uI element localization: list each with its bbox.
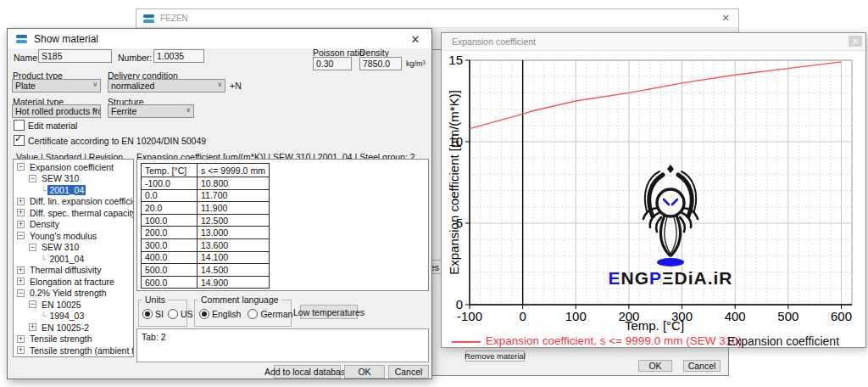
- tree-collapse-icon[interactable]: −: [17, 289, 25, 297]
- table-cell[interactable]: 600.0: [142, 276, 198, 289]
- tree-item-label[interactable]: SEW 310: [40, 173, 81, 183]
- number-field[interactable]: 1.0035: [153, 49, 204, 63]
- edit-material-checkbox[interactable]: Edit material: [14, 120, 77, 131]
- table-cell[interactable]: 11.900: [198, 202, 270, 215]
- radio-german[interactable]: German: [248, 309, 292, 319]
- dialog-close-button[interactable]: ✕: [406, 32, 425, 46]
- tree-item-label[interactable]: SEW 310: [40, 242, 81, 252]
- table-row[interactable]: 300.013.600: [142, 238, 270, 251]
- tree-item[interactable]: └2001_04: [14, 184, 133, 196]
- chart-close-button[interactable]: ✕: [849, 36, 862, 47]
- tree-expand-icon[interactable]: +: [17, 198, 25, 205]
- background-ok-button[interactable]: OK: [638, 360, 672, 372]
- tree-expand-icon[interactable]: +: [17, 266, 25, 274]
- table-cell[interactable]: 12.500: [198, 214, 270, 227]
- table-row[interactable]: 600.014.900: [142, 276, 270, 289]
- poisson-field[interactable]: 0.30: [313, 57, 352, 70]
- tree-item[interactable]: +Density: [14, 219, 133, 231]
- table-cell[interactable]: 14.100: [198, 251, 270, 264]
- tree-expand-icon[interactable]: +: [29, 323, 36, 331]
- tree-item-label[interactable]: Diff. spec. thermal capacity: [28, 208, 134, 218]
- remove-material-button[interactable]: Remove material: [465, 351, 525, 362]
- tree-item[interactable]: +EN 10025-2: [14, 322, 133, 334]
- table-cell[interactable]: 300.0: [142, 238, 198, 251]
- values-table[interactable]: Temp. [°C]s <= 9999.0 mm-100.010.8000.01…: [141, 163, 270, 289]
- table-row[interactable]: 500.014.500: [142, 264, 270, 277]
- density-field[interactable]: 7850.0: [359, 57, 402, 70]
- table-cell[interactable]: 400.0: [142, 251, 198, 264]
- tree-collapse-icon[interactable]: −: [29, 244, 36, 251]
- table-cell[interactable]: 14.500: [198, 264, 270, 277]
- tree-item-label[interactable]: 1994_03: [47, 311, 86, 321]
- delivery-condition-combo[interactable]: normalized: [108, 79, 225, 93]
- table-cell[interactable]: 100.0: [142, 214, 198, 227]
- tree-expand-icon[interactable]: +: [17, 346, 25, 354]
- radio-english[interactable]: English: [199, 309, 241, 319]
- table-cell[interactable]: 10.800: [198, 177, 270, 190]
- low-temperatures-button[interactable]: Low temperatures: [300, 305, 358, 319]
- fezen-close-button[interactable]: ✕: [718, 12, 733, 25]
- tree-item[interactable]: +Elongation at fracture: [14, 276, 133, 288]
- add-to-local-database-button[interactable]: Add to local database: [274, 365, 341, 379]
- certificate-checkbox[interactable]: Certificate according to EN 10204/DIN 50…: [14, 135, 206, 146]
- show-material-titlebar[interactable]: Show material: [8, 29, 431, 48]
- tree-item-label[interactable]: Tensile strength: [28, 334, 94, 344]
- structure-combo[interactable]: Ferrite: [108, 104, 194, 118]
- background-cancel-button[interactable]: Cancel: [683, 360, 721, 372]
- tree-collapse-icon[interactable]: −: [29, 300, 36, 308]
- tree-item-label[interactable]: Density: [28, 219, 61, 229]
- tree-item[interactable]: +Thermal diffusivity: [14, 265, 133, 277]
- standards-tree[interactable]: −Expansion coefficient−SEW 310└2001_04+D…: [13, 159, 134, 357]
- radio-si[interactable]: SI: [142, 309, 164, 319]
- radio-us[interactable]: US: [168, 309, 193, 319]
- tree-expand-icon[interactable]: +: [17, 335, 25, 343]
- table-row[interactable]: 100.012.500: [142, 214, 270, 227]
- tree-item[interactable]: +Tensile strength: [14, 334, 133, 345]
- table-cell[interactable]: 13.000: [198, 227, 270, 239]
- product-type-combo[interactable]: Plate: [12, 79, 101, 93]
- tree-item[interactable]: └1994_03: [14, 311, 133, 322]
- tree-item[interactable]: +Diff. lin. expansion coefficient: [14, 196, 133, 208]
- tree-item-label[interactable]: Diff. lin. expansion coefficient: [28, 196, 134, 206]
- tree-item[interactable]: −SEW 310: [14, 173, 133, 185]
- tree-item-label[interactable]: Tensile strength (ambient temp.): [28, 345, 134, 356]
- table-row[interactable]: 200.013.000: [142, 227, 270, 239]
- tree-collapse-icon[interactable]: −: [17, 163, 25, 171]
- tree-expand-icon[interactable]: +: [17, 221, 25, 228]
- material-type-combo[interactable]: Hot rolled products from una: [12, 104, 101, 118]
- tree-item-label[interactable]: Young's modulus: [28, 231, 98, 241]
- table-cell[interactable]: 20.0: [142, 202, 198, 215]
- tree-item-label[interactable]: Elongation at fracture: [28, 277, 116, 287]
- ok-button[interactable]: OK: [344, 365, 385, 379]
- tree-item[interactable]: +Tensile strength (ambient temp.): [14, 345, 133, 356]
- table-cell[interactable]: 500.0: [142, 264, 198, 277]
- tree-item[interactable]: +Diff. spec. thermal capacity: [14, 207, 133, 219]
- name-field[interactable]: S185: [38, 49, 112, 63]
- tree-item-label[interactable]: EN 10025: [40, 300, 83, 310]
- tree-item-label[interactable]: EN 10025-2: [40, 322, 91, 333]
- table-cell[interactable]: -100.0: [142, 177, 198, 190]
- table-row[interactable]: 20.011.900: [142, 202, 270, 215]
- table-cell[interactable]: 14.900: [198, 276, 270, 289]
- tree-item-label[interactable]: Expansion coefficient: [28, 162, 115, 172]
- table-row[interactable]: -100.010.800: [142, 177, 270, 190]
- tree-item-label[interactable]: 2001_04: [47, 185, 86, 195]
- chart-titlebar[interactable]: Expansion coefficient ✕: [442, 33, 865, 51]
- tree-item[interactable]: −Young's modulus: [14, 230, 133, 242]
- table-cell[interactable]: 11.700: [198, 189, 270, 202]
- tree-expand-icon[interactable]: +: [17, 278, 25, 285]
- tree-collapse-icon[interactable]: −: [17, 232, 25, 239]
- fezen-titlebar[interactable]: FEZEN ✕: [136, 9, 738, 28]
- tree-item-label[interactable]: Thermal diffusivity: [28, 265, 103, 275]
- tree-item[interactable]: −Expansion coefficient: [14, 161, 133, 173]
- tree-item[interactable]: −EN 10025: [14, 299, 133, 311]
- table-cell[interactable]: 200.0: [142, 227, 198, 239]
- tree-item-label[interactable]: 0.2% Yield strength: [28, 288, 108, 298]
- tree-item-label[interactable]: 2001_04: [47, 254, 86, 264]
- tree-item[interactable]: −0.2% Yield strength: [14, 288, 133, 300]
- tree-item[interactable]: └2001_04: [14, 253, 133, 265]
- table-row[interactable]: 400.014.100: [142, 251, 270, 264]
- tree-collapse-icon[interactable]: −: [29, 175, 36, 182]
- tree-expand-icon[interactable]: +: [17, 209, 25, 216]
- table-cell[interactable]: 0.0: [142, 189, 198, 202]
